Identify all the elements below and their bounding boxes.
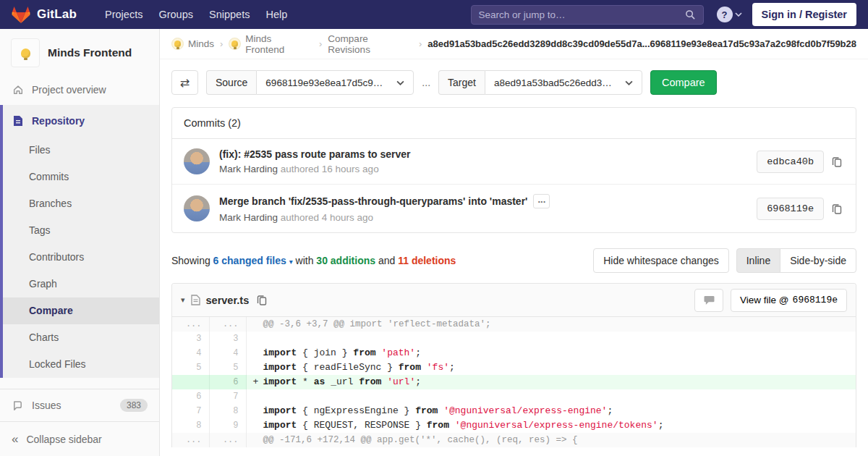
- commit-title-text: Merge branch 'fix/2535-pass-through-quer…: [219, 195, 527, 207]
- sidebar-item-locked-files[interactable]: Locked Files: [3, 351, 159, 378]
- new-line-number[interactable]: 8: [209, 404, 246, 418]
- main-content: Minds › Minds Frontend › Compare Revisio…: [160, 29, 868, 456]
- copy-icon: [831, 203, 843, 215]
- compare-button[interactable]: Compare: [650, 70, 717, 95]
- sidebar-item-charts[interactable]: Charts: [3, 324, 159, 351]
- old-line-number[interactable]: ...: [172, 433, 209, 447]
- project-avatar-small: [229, 38, 241, 50]
- search-input[interactable]: [479, 9, 685, 20]
- source-revision-dropdown[interactable]: 6968119e93e8ea17d5c9…: [256, 70, 414, 95]
- diff-file-name[interactable]: server.ts: [206, 295, 250, 306]
- diff-summary-row: Showing 6 changed files ▾ with 30 additi…: [171, 248, 856, 273]
- document-icon: [12, 115, 24, 127]
- new-line-number[interactable]: 4: [209, 346, 246, 360]
- sidebar-item-commits[interactable]: Commits: [3, 164, 159, 190]
- old-line-number[interactable]: [172, 375, 209, 389]
- changed-files-dropdown[interactable]: 6 changed files: [213, 255, 286, 266]
- diff-line: 44import { join } from 'path';: [172, 346, 856, 360]
- old-line-number[interactable]: 6: [172, 389, 209, 404]
- new-line-number[interactable]: ...: [209, 433, 246, 447]
- hide-whitespace-button[interactable]: Hide whitespace changes: [593, 248, 729, 273]
- source-revision-value: 6968119e93e8ea17d5c9…: [265, 77, 383, 88]
- inline-view-button[interactable]: Inline: [736, 248, 780, 273]
- diff-line-code: +import * as _url from 'url';: [246, 375, 856, 389]
- diff-line-code: import { readFileSync } from 'fs';: [246, 360, 856, 375]
- breadcrumb: Minds › Minds Frontend › Compare Revisio…: [160, 29, 868, 59]
- sidebar-project-header[interactable]: Minds Frontend: [0, 29, 159, 75]
- toggle-comments-button[interactable]: [694, 289, 723, 312]
- comment-icon: [704, 295, 715, 305]
- nav-help[interactable]: Help: [258, 4, 295, 25]
- view-file-sha: 6968119e: [793, 295, 838, 305]
- issues-count-badge: 383: [120, 399, 148, 412]
- copy-sha-button[interactable]: [830, 154, 844, 169]
- breadcrumb-group-label: Minds: [188, 38, 214, 49]
- breadcrumb-revision-range: a8ed91a53bad5c26edd3289dd8c39cd09de55d7a…: [427, 38, 856, 49]
- old-line-number[interactable]: 8: [172, 418, 209, 433]
- old-line-number[interactable]: ...: [172, 317, 209, 332]
- nav-groups[interactable]: Groups: [150, 4, 201, 25]
- collapse-diff-icon[interactable]: ▾: [181, 295, 185, 305]
- diff-line: 6+import * as _url from 'url';: [172, 375, 856, 389]
- commit-author-link[interactable]: Mark Harding: [219, 164, 278, 174]
- diff-line-code: [246, 332, 856, 346]
- global-search[interactable]: [471, 5, 704, 25]
- new-line-number[interactable]: 6: [209, 375, 246, 389]
- commits-header: Commits (2): [172, 108, 856, 139]
- sidebar-item-tags[interactable]: Tags: [3, 217, 159, 244]
- sidebar-item-repository[interactable]: Repository: [3, 105, 159, 137]
- commit-title-text: (fix): #2535 pass route params to server: [219, 148, 411, 160]
- home-icon: [12, 84, 24, 96]
- source-label: Source: [206, 70, 256, 95]
- new-line-number[interactable]: 5: [209, 360, 246, 375]
- nav-projects[interactable]: Projects: [97, 4, 150, 25]
- commit-author-link[interactable]: Mark Harding: [219, 212, 278, 223]
- sidebar-item-compare[interactable]: Compare: [3, 297, 159, 324]
- copy-icon: [256, 294, 268, 306]
- additions-count: 30 additions: [316, 255, 375, 266]
- old-line-number[interactable]: 5: [172, 360, 209, 375]
- breadcrumb-page-label: Compare Revisions: [328, 33, 413, 55]
- brand-name: GitLab: [37, 7, 77, 22]
- project-avatar: [11, 38, 40, 67]
- breadcrumb-page[interactable]: Compare Revisions: [328, 33, 413, 55]
- sidebar-item-issues[interactable]: Issues 383: [0, 389, 159, 422]
- sidebar-item-contributors[interactable]: Contributors: [3, 244, 159, 271]
- target-revision-dropdown[interactable]: a8ed91a53bad5c26edd3…: [485, 70, 642, 95]
- old-line-number[interactable]: 7: [172, 404, 209, 418]
- diff-line: 67: [172, 389, 856, 404]
- view-file-button[interactable]: View file @ 6968119e: [731, 289, 847, 312]
- new-line-number[interactable]: ...: [209, 317, 246, 332]
- commit-description-expander[interactable]: ...: [533, 194, 550, 208]
- commit-title-link[interactable]: (fix): #2535 pass route params to server: [219, 148, 757, 160]
- old-line-number[interactable]: 3: [172, 332, 209, 346]
- old-line-number[interactable]: 4: [172, 346, 209, 360]
- breadcrumb-group[interactable]: Minds: [171, 38, 214, 50]
- breadcrumb-project[interactable]: Minds Frontend: [229, 33, 313, 55]
- nav-snippets[interactable]: Snippets: [201, 4, 258, 25]
- diff-line: 55import { readFileSync } from 'fs';: [172, 360, 856, 375]
- copy-file-path-button[interactable]: [255, 292, 269, 308]
- help-menu[interactable]: ?: [717, 7, 742, 22]
- diff-line-code: import { ngExpressEngine } from '@nguniv…: [246, 404, 856, 418]
- sidebar-item-project-overview[interactable]: Project overview: [0, 75, 159, 105]
- sign-in-register-button[interactable]: Sign in / Register: [752, 3, 856, 26]
- file-diff-card: ▾ server.ts: [171, 283, 856, 447]
- new-line-number[interactable]: 3: [209, 332, 246, 346]
- copy-sha-button[interactable]: [830, 201, 844, 216]
- gitlab-logo[interactable]: GitLab: [12, 6, 77, 24]
- collapse-sidebar-button[interactable]: « Collapse sidebar: [0, 421, 159, 456]
- commit-title-link[interactable]: Merge branch 'fix/2535-pass-through-quer…: [219, 194, 757, 208]
- new-line-number[interactable]: 9: [209, 418, 246, 433]
- swap-revisions-button[interactable]: ⇄: [171, 70, 198, 95]
- sidebar-item-graph[interactable]: Graph: [3, 271, 159, 297]
- side-by-side-view-button[interactable]: Side-by-side: [780, 248, 856, 273]
- new-line-number[interactable]: 7: [209, 389, 246, 404]
- breadcrumb-separator: ›: [419, 38, 422, 49]
- sidebar-item-branches[interactable]: Branches: [3, 190, 159, 217]
- sidebar-item-label: Issues: [32, 400, 61, 411]
- diff-line: 33: [172, 332, 856, 346]
- summary-with: with: [293, 255, 317, 266]
- commit-row: (fix): #2535 pass route params to server…: [172, 139, 856, 184]
- sidebar-item-files[interactable]: Files: [3, 137, 159, 164]
